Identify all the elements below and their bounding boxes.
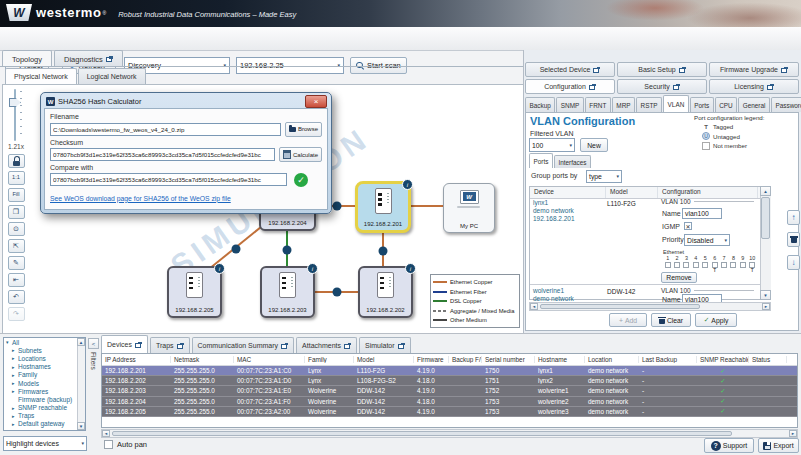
delete-button[interactable] — [787, 232, 800, 247]
popout-icon[interactable] — [398, 343, 405, 349]
tree-item[interactable]: ▸ Models — [4, 379, 85, 387]
bottom-tab[interactable]: Communication Summary — [192, 337, 295, 353]
device-node[interactable]: i 192.168.2.203 — [260, 266, 315, 318]
tree-item[interactable]: ▸ Subnets — [4, 346, 85, 354]
scrollbar-thumb[interactable] — [112, 431, 732, 436]
column-header[interactable]: MAC — [234, 356, 305, 363]
tree-item[interactable]: Firmware (backup) — [4, 395, 85, 403]
popout-icon[interactable] — [767, 84, 774, 90]
tree-item[interactable]: ▸ Family — [4, 371, 85, 379]
panel-tab[interactable]: Licensing — [709, 79, 799, 94]
popout-icon[interactable] — [135, 342, 142, 348]
config-sub-tab[interactable]: RSTP — [636, 97, 662, 112]
popout-icon[interactable] — [177, 343, 184, 349]
column-header[interactable]: Netmask — [171, 356, 234, 363]
node-info-badge[interactable]: i — [214, 263, 225, 274]
move-up-button[interactable] — [787, 210, 800, 225]
port-checkbox[interactable] — [702, 262, 708, 268]
scrollbar-thumb[interactable] — [540, 304, 700, 309]
config-sub-tab[interactable]: VLAN — [663, 95, 689, 112]
column-header[interactable]: Firmware — [414, 356, 449, 363]
scroll-right-button[interactable] — [789, 430, 797, 437]
device-node-selected[interactable]: i 192.168.2.201 — [355, 181, 411, 233]
column-header[interactable]: IP Address — [102, 356, 171, 363]
clear-button[interactable]: Clear — [651, 313, 691, 327]
scroll-up-button[interactable] — [760, 186, 771, 196]
group-by-select[interactable]: type — [586, 170, 622, 183]
popout-icon[interactable] — [589, 84, 596, 90]
node-info-badge[interactable]: i — [402, 179, 413, 190]
popout-icon[interactable] — [781, 67, 788, 73]
collapse-filters-button[interactable]: < — [88, 338, 99, 349]
port-checkbox[interactable] — [674, 262, 680, 268]
select-tool-button[interactable]: ⇱ — [8, 239, 25, 253]
scroll-right-button[interactable] — [762, 303, 770, 310]
sha256-dialog[interactable]: W SHA256 Hash Calculator Filename Browse… — [40, 92, 332, 214]
undo-button[interactable]: ↶ — [8, 290, 25, 304]
apply-button[interactable]: Apply — [695, 313, 737, 327]
fill-zoom-button[interactable]: Fill — [8, 188, 25, 202]
table-row[interactable]: 192.168.2.204 255.255.255.0 00:07:7C:23:… — [102, 397, 797, 407]
tree-item[interactable]: ▸ Firmwares — [4, 387, 85, 395]
port-tab[interactable]: Ports — [529, 153, 553, 168]
new-vlan-button[interactable]: New — [580, 138, 608, 152]
config-sub-tab[interactable]: Backup — [525, 97, 555, 112]
support-button[interactable]: Support — [704, 438, 754, 453]
scroll-up-button[interactable] — [77, 338, 85, 346]
remove-button[interactable]: Remove — [661, 272, 697, 283]
view-tab[interactable]: Logical Network — [78, 68, 146, 84]
column-header[interactable]: Family — [305, 356, 354, 363]
device-node[interactable]: i 192.168.2.205 — [167, 266, 222, 318]
redo-button[interactable]: ↷ — [8, 307, 25, 321]
tree-scrollbar[interactable] — [77, 338, 85, 430]
device-cell[interactable]: lynx1 demo network 192.168.2.201 — [533, 199, 575, 223]
tree-item[interactable]: ▸ Default gateway — [4, 420, 85, 428]
table-row[interactable]: 192.168.2.201 255.255.255.0 00:07:7C:23:… — [102, 366, 797, 376]
browse-button[interactable]: Browse — [285, 122, 322, 137]
bottom-tab[interactable]: Attachments — [296, 337, 357, 353]
bottom-tab[interactable]: Traps — [150, 337, 190, 353]
tree-item[interactable]: ▸ SNMP reachable — [4, 404, 85, 412]
popout-icon[interactable] — [344, 343, 351, 349]
main-tab[interactable]: Diagnostics — [54, 50, 123, 67]
table-row[interactable]: 192.168.2.202 255.255.255.0 00:07:7C:23:… — [102, 376, 797, 386]
port-checkbox[interactable] — [740, 262, 746, 268]
table-row[interactable]: 192.168.2.203 255.255.255.0 00:07:7C:23:… — [102, 386, 797, 396]
igmp-checkbox[interactable]: ✕ — [684, 222, 692, 230]
devices-hscrollbar[interactable] — [101, 429, 798, 438]
auto-pan-checkbox[interactable] — [104, 440, 113, 449]
info-overlay-button[interactable]: ⊙ — [8, 222, 25, 236]
config-sub-tab[interactable]: General — [738, 97, 770, 112]
column-header[interactable]: Last Backup — [639, 356, 697, 363]
node-info-badge[interactable]: i — [405, 263, 416, 274]
scroll-left-button[interactable] — [102, 430, 110, 437]
config-sub-tab[interactable]: CPU — [715, 97, 738, 112]
export-button[interactable]: Export — [758, 438, 799, 453]
popout-icon[interactable] — [281, 343, 288, 349]
config-sub-tab[interactable]: Ports — [690, 97, 714, 112]
close-button[interactable] — [305, 95, 327, 108]
node-info-badge[interactable]: i — [307, 263, 318, 274]
column-header[interactable]: Backup F/W — [449, 356, 482, 363]
column-header[interactable]: Hostname — [535, 356, 585, 363]
panel-tab[interactable]: Configuration — [525, 79, 615, 94]
tree-item[interactable]: ▸ Locations — [4, 354, 85, 362]
column-header[interactable]: Model — [354, 356, 414, 363]
panel-tab[interactable]: Basic Setup — [617, 62, 707, 77]
overlap-windows-button[interactable]: ❐ — [8, 205, 25, 219]
move-down-button[interactable] — [787, 255, 800, 270]
config-sub-tab[interactable]: MRP — [612, 97, 635, 112]
main-tab[interactable]: Topology — [2, 50, 52, 67]
vlan-hscrollbar[interactable] — [529, 302, 771, 311]
vlan-name-field[interactable]: vlan100 — [682, 208, 722, 219]
add-button[interactable]: Add — [609, 313, 647, 327]
panel-tab[interactable]: Firmware Upgrade — [709, 62, 799, 77]
config-sub-tab[interactable]: Password — [771, 97, 801, 112]
filename-field[interactable] — [50, 123, 281, 136]
calculate-button[interactable]: Calculate — [279, 147, 322, 162]
port-checkbox[interactable] — [693, 262, 699, 268]
highlight-devices-select[interactable]: Highlight devices — [3, 436, 87, 451]
checksum-field[interactable] — [50, 148, 275, 161]
column-header[interactable]: Serial number — [482, 356, 535, 363]
popout-icon[interactable] — [679, 67, 686, 73]
